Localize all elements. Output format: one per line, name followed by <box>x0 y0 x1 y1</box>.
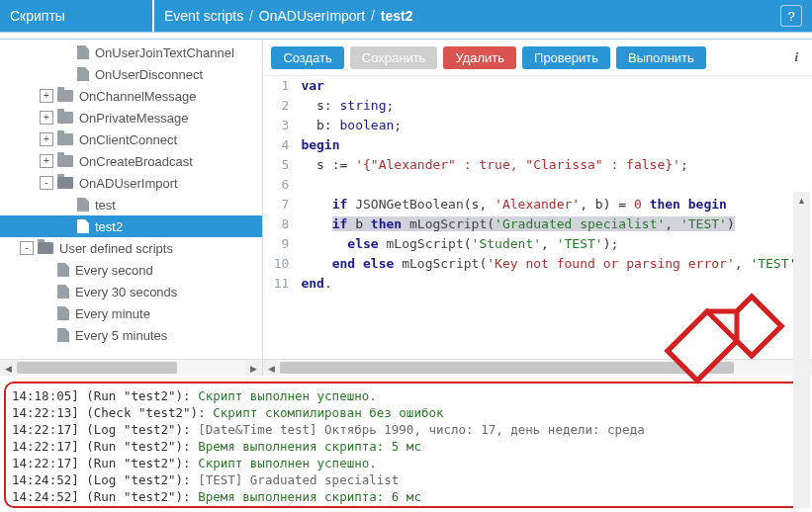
tree-file[interactable]: test2 <box>0 215 262 237</box>
help-button[interactable]: ? <box>780 5 802 27</box>
tree-folder[interactable]: +OnPrivateMessage <box>0 107 262 128</box>
tree-file[interactable]: Every second <box>0 259 262 281</box>
file-icon <box>77 219 89 233</box>
code-content[interactable]: var s: string; b: boolean;begin s := '{"… <box>297 76 812 359</box>
tree-item-label: OnCreateBroadcast <box>79 154 193 169</box>
folder-open-icon <box>57 177 73 189</box>
log-line: 14:22:13] (Check "test2"): Скрипт скомпи… <box>12 404 800 421</box>
expander-icon[interactable]: - <box>40 176 53 190</box>
line-gutter: 1234567891011 <box>263 76 297 359</box>
tree-item-label: Every 30 seconds <box>75 285 177 299</box>
log-line: 14:24:52] (Run "test2"): Скрипт выполнен… <box>12 505 800 508</box>
tree-folder[interactable]: +OnChannelMessage <box>0 85 262 107</box>
tree-file[interactable]: Every 30 seconds <box>0 281 262 302</box>
header-divider <box>0 32 812 40</box>
code-line[interactable]: if b then mLogScript('Graduated speciali… <box>297 214 812 234</box>
code-line[interactable]: end else mLogScript('Key not found or pa… <box>297 254 812 274</box>
expander-icon <box>59 219 73 233</box>
folder-open-icon <box>38 242 53 254</box>
expander-icon[interactable]: + <box>40 132 53 146</box>
folder-icon <box>57 133 73 145</box>
tree-folder[interactable]: -User defined scripts <box>0 237 262 259</box>
expander-icon[interactable]: + <box>40 111 53 125</box>
run-button[interactable]: Выполнить <box>616 46 706 69</box>
code-editor[interactable]: 1234567891011 var s: string; b: boolean;… <box>263 75 812 359</box>
editor-pane: Создать Сохранить Удалить Проверить Выпо… <box>263 40 812 376</box>
breadcrumb-segment[interactable]: OnADUserImport <box>259 8 365 24</box>
expander-icon[interactable]: - <box>20 241 34 255</box>
tree-file[interactable]: OnUserDisconnect <box>0 63 262 85</box>
delete-button[interactable]: Удалить <box>443 46 516 69</box>
check-button[interactable]: Проверить <box>522 46 610 69</box>
header-right: Event scripts / OnADUserImport / test2 ? <box>154 0 812 32</box>
folder-icon <box>57 90 73 102</box>
tree-item-label: OnClientConnect <box>79 132 177 147</box>
expander-icon <box>59 45 73 59</box>
tree-item-label: OnPrivateMessage <box>79 111 189 126</box>
expander-icon <box>40 285 53 299</box>
breadcrumb: Event scripts / OnADUserImport / test2 <box>164 8 413 24</box>
expander-icon <box>40 306 53 320</box>
create-button[interactable]: Создать <box>271 46 343 69</box>
code-line[interactable]: var <box>297 76 812 96</box>
log-line: 14:24:52] (Run "test2"): Время выполнени… <box>12 488 800 505</box>
code-line[interactable]: if JSONGetBoolean(s, 'Alexander', b) = 0… <box>297 195 812 214</box>
tree-file[interactable]: Every 5 minutes <box>0 324 262 346</box>
code-line[interactable]: s: string; <box>297 96 812 116</box>
panel-title: Скрипты <box>0 0 154 32</box>
scroll-right-icon[interactable]: ▶ <box>245 360 262 377</box>
breadcrumb-segment[interactable]: Event scripts <box>164 8 243 24</box>
tree-file[interactable]: OnUserJoinTextChannel <box>0 42 262 63</box>
tree-file[interactable]: test <box>0 194 262 215</box>
log-vscroll[interactable]: ▲ <box>793 192 810 508</box>
toolbar: Создать Сохранить Удалить Проверить Выпо… <box>263 40 812 75</box>
log-line: 14:22:17] (Log "test2"): [Date&Time test… <box>12 421 800 438</box>
tree-item-label: OnUserJoinTextChannel <box>95 45 234 60</box>
expander-icon <box>59 198 73 212</box>
tree-folder[interactable]: +OnCreateBroadcast <box>0 150 262 172</box>
code-line[interactable]: end. <box>297 274 812 294</box>
code-line[interactable]: begin <box>297 135 812 155</box>
tree-item-label: Every 5 minutes <box>75 328 167 343</box>
code-line[interactable]: s := '{"Alexander" : true, "Clarissa" : … <box>297 155 812 175</box>
folder-icon <box>57 112 73 124</box>
scroll-up-icon[interactable]: ▲ <box>793 192 810 209</box>
code-line[interactable]: b: boolean; <box>297 116 812 135</box>
log-line: 14:18:05] (Run "test2"): Скрипт выполнен… <box>12 387 800 404</box>
main: OnUserJoinTextChannelOnUserDisconnect+On… <box>0 40 812 376</box>
expander-icon[interactable]: + <box>40 154 53 168</box>
tree-item-label: OnUserDisconnect <box>95 67 203 82</box>
expander-icon[interactable]: + <box>40 89 53 103</box>
tree-folder[interactable]: +OnClientConnect <box>0 128 262 150</box>
save-button[interactable]: Сохранить <box>350 46 438 69</box>
scroll-left-icon[interactable]: ◀ <box>263 360 280 377</box>
tree-file[interactable]: Every minute <box>0 302 262 324</box>
file-icon <box>77 198 89 212</box>
tree-item-label: OnADUserImport <box>79 176 178 191</box>
file-icon <box>57 285 69 299</box>
log-line: 14:22:17] (Run "test2"): Скрипт выполнен… <box>12 455 800 471</box>
script-tree[interactable]: OnUserJoinTextChannelOnUserDisconnect+On… <box>0 40 262 359</box>
file-icon <box>57 328 69 342</box>
log-line: 14:22:17] (Run "test2"): Время выполнени… <box>12 438 800 455</box>
code-line[interactable]: else mLogScript('Student', 'TEST'); <box>297 234 812 254</box>
info-icon[interactable]: i <box>794 49 804 65</box>
tree-item-label: test2 <box>95 219 123 234</box>
tree-folder[interactable]: -OnADUserImport <box>0 172 262 194</box>
log-line: 14:24:52] (Log "test2"): [TEST] Graduate… <box>12 471 800 488</box>
header: Скрипты Event scripts / OnADUserImport /… <box>0 0 812 32</box>
scroll-left-icon[interactable]: ◀ <box>0 360 17 377</box>
editor-hscroll[interactable]: ◀ ▶ <box>263 359 812 376</box>
breadcrumb-segment[interactable]: test2 <box>381 8 413 24</box>
tree-item-label: Every minute <box>75 306 150 321</box>
log-output[interactable]: 14:18:05] (Run "test2"): Скрипт выполнен… <box>4 382 808 508</box>
folder-icon <box>57 155 73 167</box>
sidebar-hscroll[interactable]: ◀ ▶ <box>0 359 262 376</box>
expander-icon <box>40 328 53 342</box>
code-line[interactable] <box>297 175 812 195</box>
tree-item-label: User defined scripts <box>59 241 173 256</box>
file-icon <box>77 67 89 81</box>
tree-item-label: OnChannelMessage <box>79 89 197 104</box>
sidebar: OnUserJoinTextChannelOnUserDisconnect+On… <box>0 40 263 376</box>
tree-item-label: Every second <box>75 263 153 278</box>
